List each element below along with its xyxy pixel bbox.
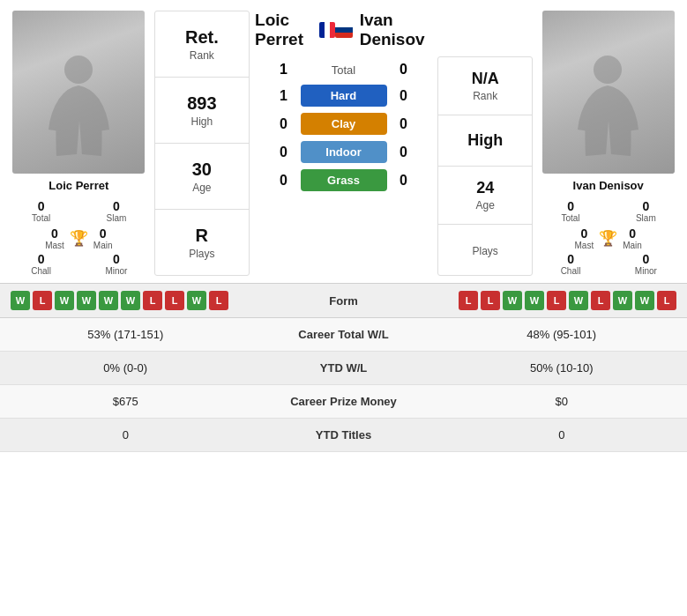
clay-row: 0 Clay 0	[253, 113, 434, 135]
left-player-panel: Loic Perret 0 Total 0 Slam 0 Mast 🏆	[7, 11, 151, 276]
form-badge-right: L	[459, 291, 478, 310]
rank-block: Ret. Rank	[155, 11, 249, 78]
right-rank-block: N/A Rank	[438, 57, 532, 115]
loic-header: Loic Perret	[255, 11, 335, 49]
high-block: 893 High	[155, 78, 249, 144]
center-panel: Loic Perret Ivan Denisov 1 Total 0 1 Har…	[253, 11, 434, 276]
left-minor-label: Minor	[105, 266, 127, 276]
left-main-value: 0	[100, 226, 107, 241]
left-chall-label: Chall	[31, 266, 51, 276]
form-badge-left: L	[33, 291, 52, 310]
left-minor-stat: 0 Minor	[82, 252, 150, 276]
svg-point-1	[594, 56, 622, 84]
form-badge-left: W	[11, 291, 30, 310]
player-names-row: Loic Perret Ivan Denisov	[253, 11, 434, 55]
left-slam-value: 0	[113, 199, 120, 213]
right-player-panel: Ivan Denisov 0 Total 0 Slam 0 Mast 🏆	[536, 11, 680, 276]
left-plays-value: R	[196, 226, 208, 246]
right-total-value: 0	[567, 199, 574, 213]
right-chall-label: Chall	[561, 266, 581, 276]
high-label: High	[191, 115, 213, 128]
data-cell-center: YTD Titles	[251, 419, 437, 451]
right-player-name: Ivan Denisov	[573, 179, 644, 192]
data-row: 0% (0-0)YTD W/L50% (10-10)	[0, 352, 687, 385]
form-badge-left: L	[143, 291, 162, 310]
left-rank-value: Ret.	[185, 27, 219, 48]
data-cell-left: 53% (171-151)	[0, 318, 251, 351]
right-slam-stat: 0 Slam	[612, 199, 680, 223]
left-chall-value: 0	[38, 252, 45, 266]
form-badge-right: W	[569, 291, 588, 310]
form-badge-right: W	[635, 291, 654, 310]
data-rows: 53% (171-151)Career Total W/L48% (95-101…	[0, 318, 687, 452]
data-cell-center: Career Total W/L	[251, 318, 437, 351]
hard-button[interactable]: Hard	[301, 85, 387, 107]
right-slam-label: Slam	[636, 213, 656, 223]
left-player-photo	[12, 11, 145, 174]
left-minor-value: 0	[113, 252, 120, 266]
right-minor-label: Minor	[635, 266, 657, 276]
right-mast-stat: 0 Mast	[575, 226, 594, 250]
left-mast-stat: 0 Mast	[45, 226, 64, 250]
left-chall-stat: 0 Chall	[7, 252, 75, 276]
form-badge-right: L	[591, 291, 610, 310]
russia-flag-icon	[335, 22, 353, 38]
form-badge-right: W	[503, 291, 522, 310]
form-badge-right: W	[525, 291, 544, 310]
right-rank-label: Rank	[473, 90, 497, 102]
right-player-photo	[542, 11, 675, 174]
form-badge-left: W	[121, 291, 140, 310]
grass-right-val: 0	[387, 173, 421, 189]
left-main-stat: 0 Main	[93, 226, 113, 250]
right-chall-value: 0	[567, 252, 574, 266]
left-stats-grid: 0 Total 0 Slam	[7, 199, 151, 223]
right-main-label: Main	[623, 241, 642, 250]
left-mast-main-row: 0 Mast 🏆 0 Main	[45, 226, 112, 250]
clay-left-val: 0	[267, 116, 301, 132]
hard-left-val: 1	[267, 88, 301, 104]
right-main-stat: 0 Main	[623, 226, 642, 250]
form-badge-left: W	[99, 291, 118, 310]
right-rank-value: N/A	[472, 70, 499, 88]
data-row: $675Career Prize Money$0	[0, 385, 687, 419]
left-total-label: Total	[32, 213, 50, 223]
right-mast-label: Mast	[575, 241, 594, 250]
right-age-label: Age	[475, 199, 494, 212]
right-plays-label: Plays	[472, 245, 497, 257]
right-main-value: 0	[629, 226, 636, 241]
form-badge-right: L	[657, 291, 676, 310]
total-left-val: 1	[267, 62, 301, 78]
form-badge-left: W	[187, 291, 206, 310]
right-form-badges: LLWWLWLWWL	[459, 291, 676, 310]
left-mast-label: Mast	[45, 241, 64, 250]
indoor-right-val: 0	[387, 145, 421, 160]
surface-rows: 1 Hard 0 0 Clay 0 0 Indoor 0 0 Grass	[253, 85, 434, 197]
left-form-badges: WLWWWWLLWL	[11, 291, 228, 310]
left-trophy-icon: 🏆	[70, 231, 88, 246]
clay-button[interactable]: Clay	[301, 113, 387, 135]
total-label: Total	[301, 63, 387, 77]
right-slam-value: 0	[642, 199, 649, 213]
data-cell-right: 0	[437, 419, 688, 451]
grass-button[interactable]: Grass	[301, 169, 387, 191]
hard-right-val: 0	[387, 88, 421, 104]
indoor-button[interactable]: Indoor	[301, 141, 387, 163]
france-flag-icon	[319, 22, 335, 38]
right-high-value: High	[467, 131, 503, 150]
data-cell-right: $0	[437, 385, 688, 418]
right-chall-stat: 0 Chall	[536, 252, 604, 276]
right-minor-stat: 0 Minor	[612, 252, 680, 276]
data-cell-right: 50% (10-10)	[437, 352, 688, 384]
right-mast-value: 0	[580, 226, 587, 241]
left-silhouette-icon	[46, 50, 112, 174]
full-wrapper: Loic Perret 0 Total 0 Slam 0 Mast 🏆	[0, 0, 687, 452]
svg-point-0	[64, 56, 93, 84]
form-badge-right: L	[547, 291, 566, 310]
ivan-header: Ivan Denisov	[335, 11, 432, 49]
grass-left-val: 0	[267, 173, 301, 189]
right-total-label: Total	[561, 213, 579, 223]
mid-stats-panel: Ret. Rank 893 High 30 Age R Plays	[154, 11, 250, 276]
clay-right-val: 0	[387, 116, 421, 132]
plays-label: Plays	[189, 248, 214, 260]
form-badge-left: L	[209, 291, 228, 310]
